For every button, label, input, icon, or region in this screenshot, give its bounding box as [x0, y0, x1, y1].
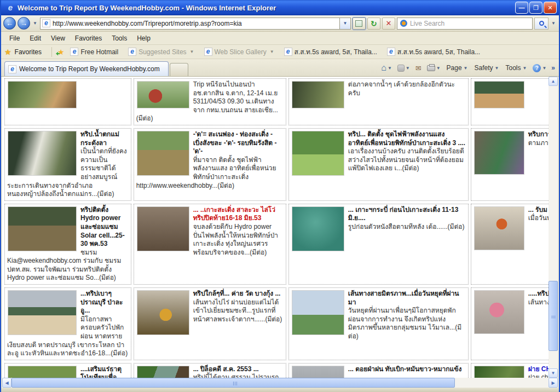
stop-button[interactable]: ✕ — [382, 18, 395, 30]
close-button[interactable]: ✕ — [544, 2, 557, 14]
trip-photo[interactable] — [137, 366, 189, 378]
trip-snippet: เอาเรื่องงานบ้างครับ งานติดตั้งเรียบร้อย… — [348, 147, 464, 172]
forward-button[interactable]: → — [18, 17, 30, 30]
trip-photo[interactable] — [8, 366, 77, 378]
trip-photo[interactable] — [474, 366, 524, 378]
favorite-free-hotmail[interactable]: e Free Hotmail — [66, 47, 122, 57]
trip-photo[interactable] — [474, 81, 524, 108]
trip-cell: ... ดอยฝ่าฝน ทับเบิก-หมันขาว-หมากแข้ง ..… — [288, 363, 469, 378]
vertical-scrollbar-thumb[interactable] — [549, 281, 558, 351]
trip-row: ...ทริปเบาๆ ปราณบุรี ป่าละอู... มีโอกาสพ… — [4, 287, 549, 360]
trip-cell: ... เกาะฯกระบี่ ก่อนไปเกาะสะเดิ่ง 11-13 … — [288, 204, 469, 285]
search-options-dropdown-icon[interactable]: ▼ — [551, 21, 556, 26]
trip-photo[interactable] — [8, 206, 77, 251]
trip-photo[interactable] — [8, 290, 77, 335]
favorite-5s-award-2[interactable]: e ส.ส.ท.5s award, 5ส, Thaila... — [383, 45, 484, 58]
trip-snippet: รูปก่อนตัวหนังสือตามทีหลัง เด้อ......(มี… — [348, 223, 465, 230]
safety-menu-button[interactable]: Safety▼ — [472, 62, 502, 73]
address-bar[interactable]: e http://www.weekendhobby.com/Tripreport… — [40, 18, 340, 30]
feeds-button[interactable]: ▼ — [395, 63, 412, 73]
address-dropdown-icon[interactable]: ▼ — [340, 18, 351, 30]
trip-snippet: ตามภาพครั — [528, 139, 549, 147]
tab-trip-report[interactable]: e Welcome to Trip Report By WeekendHobby… — [4, 61, 169, 76]
help-icon: ? — [533, 64, 541, 72]
trip-snippet: เส้นทางไปไร่ ผ่านบ่อยแต่ไม่ได้เข้าไปเยี่… — [193, 298, 282, 323]
menu-view[interactable]: View — [46, 33, 70, 44]
trip-photo[interactable] — [292, 290, 344, 335]
chevron-down-icon: ▼ — [388, 66, 392, 71]
trip-cell: ... รับม หน่วยพิทัก เมื่อวันพฤหั พลังงาน… — [471, 204, 549, 285]
scroll-down-icon[interactable]: ▼ — [549, 368, 558, 378]
more-toolbar-chevron-icon[interactable]: » — [550, 64, 557, 72]
favorite-web-slice-gallery[interactable]: e Web Slice Gallery ▼ — [200, 47, 278, 57]
chevron-down-icon: ▼ — [464, 66, 468, 71]
search-placeholder: Live Search — [410, 20, 529, 27]
menu-edit[interactable]: Edit — [25, 33, 46, 44]
trip-photo[interactable] — [474, 206, 524, 250]
page-menu-button[interactable]: Page▼ — [444, 62, 471, 73]
tab-bar: e Welcome to Trip Report By WeekendHobby… — [1, 59, 559, 77]
feeds-icon — [397, 65, 405, 72]
new-tab-button[interactable] — [170, 63, 188, 76]
favorite-suggested-sites[interactable]: e Suggested Sites ▼ — [124, 47, 198, 57]
trip-photo[interactable] — [292, 81, 344, 108]
trip-photo[interactable] — [137, 81, 189, 108]
trip-photo[interactable] — [292, 131, 344, 176]
window-bottom-edge — [1, 388, 559, 392]
restore-button[interactable]: ❐ — [529, 2, 542, 14]
trip-cell — [4, 78, 131, 125]
trip-photo[interactable] — [137, 290, 189, 335]
back-button[interactable]: ← — [3, 17, 16, 30]
home-icon: ⌂ — [381, 63, 386, 73]
scroll-up-icon[interactable]: ▲ — [549, 77, 558, 86]
recent-pages-dropdown-icon[interactable]: ▼ — [33, 21, 37, 26]
trip-cell: ทริบการบ ก๋อย เชียงใ ตามภาพครั — [471, 128, 549, 201]
url-text[interactable]: http://www.weekendhobby.com/Tripreport/m… — [53, 20, 338, 27]
chevron-down-icon: ▼ — [406, 66, 410, 71]
favorites-star-icon[interactable]: ★ — [4, 48, 11, 56]
trip-snippet: ทริปนี้ได้ตาม ศรราม ไปรวมรถได้ 5 คัน...-… — [193, 373, 282, 378]
compatibility-view-button[interactable] — [353, 18, 366, 30]
trip-photo[interactable] — [8, 131, 77, 176]
trip-photo[interactable] — [8, 81, 77, 108]
minimize-button[interactable]: — — [515, 2, 528, 14]
trip-photo[interactable] — [474, 290, 524, 334]
add-favorite-icon[interactable]: ★ — [57, 48, 65, 56]
favorite-label: ส.ส.ท.5s award, 5ส, Thaila... — [295, 47, 377, 57]
stop-icon: ✕ — [385, 19, 391, 27]
trip-photo[interactable] — [292, 206, 344, 251]
vertical-scrollbar[interactable]: ▲ ▼ — [549, 77, 558, 378]
print-button[interactable]: ▼ — [425, 64, 443, 73]
home-button[interactable]: ⌂▼ — [379, 61, 394, 74]
horizontal-scrollbar-thumb[interactable] — [11, 378, 455, 388]
compatibility-view-icon — [355, 20, 362, 27]
chevron-down-icon: ▼ — [522, 66, 527, 71]
refresh-button[interactable]: ↻ — [367, 18, 380, 30]
menu-help[interactable]: Help — [132, 33, 155, 44]
menu-tools[interactable]: Tools — [107, 33, 132, 44]
trip-photo[interactable] — [474, 131, 524, 175]
scrollbar-grip — [551, 316, 556, 319]
trip-photo[interactable] — [292, 366, 344, 378]
scrollbar-grip — [233, 382, 238, 385]
read-mail-button[interactable]: ✉ — [413, 62, 424, 74]
chevron-down-icon: ▼ — [495, 66, 499, 71]
trip-photo[interactable] — [137, 206, 189, 251]
help-button[interactable]: ?▼ — [530, 62, 549, 74]
trip-photo[interactable] — [137, 131, 189, 176]
scroll-right-icon[interactable]: ▶ — [549, 378, 558, 388]
menu-file[interactable]: File — [4, 33, 25, 44]
search-go-button[interactable] — [534, 18, 549, 30]
tools-menu-button[interactable]: Tools▼ — [503, 62, 529, 73]
favorites-button[interactable]: Favorites — [15, 48, 42, 56]
search-input[interactable]: Live Search — [397, 18, 533, 30]
separator — [51, 47, 52, 57]
trip-row: ....เสริมแร่ธาตุโป่งเทียมเพื่อสัตว์ป่า 2… — [4, 363, 549, 378]
chevron-down-icon: ▼ — [270, 49, 274, 54]
horizontal-scrollbar[interactable]: ◀ ▶ — [2, 378, 558, 388]
trip-cell: ....เสริมแร่ธาตุโป่งเทียมเพื่อสัตว์ป่า 2… — [4, 363, 131, 378]
favorite-5s-award-1[interactable]: e ส.ส.ท.5s award, 5ส, Thaila... — [280, 45, 381, 58]
menu-favorites[interactable]: Favorites — [70, 33, 107, 44]
scroll-left-icon[interactable]: ◀ — [2, 378, 11, 388]
page-content: Trip หนีร้อนไปนอนป่า อช.ตากสิน จ.ตาก, 12… — [2, 77, 549, 378]
